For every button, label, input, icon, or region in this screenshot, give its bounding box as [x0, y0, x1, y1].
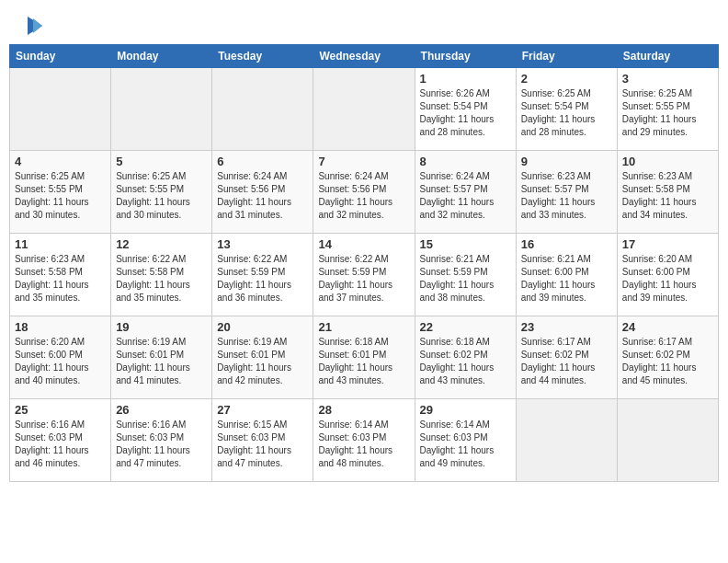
- sunrise-text: Sunrise: 6:25 AM: [116, 171, 186, 181]
- logo-icon: [9, 13, 42, 39]
- day-number: 1: [420, 72, 511, 86]
- daylight-text: Daylight: 11 hours and 35 minutes.: [15, 280, 89, 303]
- sunset-text: Sunset: 5:59 PM: [318, 267, 386, 277]
- day-header: Friday: [516, 45, 617, 68]
- calendar-cell: 15Sunrise: 6:21 AMSunset: 5:59 PMDayligh…: [415, 234, 516, 316]
- day-number: 10: [622, 155, 713, 168]
- day-number: 3: [622, 72, 713, 86]
- sunrise-text: Sunrise: 6:24 AM: [217, 171, 287, 181]
- calendar-cell: 17Sunrise: 6:20 AMSunset: 6:00 PMDayligh…: [617, 234, 718, 316]
- day-number: 17: [622, 237, 713, 251]
- daylight-text: Daylight: 11 hours and 29 minutes.: [622, 114, 697, 137]
- day-number: 7: [318, 155, 409, 168]
- day-number: 5: [116, 155, 207, 168]
- sunset-text: Sunset: 6:01 PM: [217, 350, 285, 360]
- calendar-cell: 9Sunrise: 6:23 AMSunset: 5:57 PMDaylight…: [516, 151, 617, 234]
- calendar-cell: 5Sunrise: 6:25 AMSunset: 5:55 PMDaylight…: [111, 151, 212, 234]
- sunset-text: Sunset: 6:00 PM: [15, 350, 83, 360]
- sunrise-text: Sunrise: 6:24 AM: [420, 171, 490, 181]
- sunrise-text: Sunrise: 6:20 AM: [622, 254, 692, 264]
- sunrise-text: Sunrise: 6:22 AM: [318, 254, 388, 264]
- sunrise-text: Sunrise: 6:22 AM: [116, 254, 186, 264]
- calendar-cell: 2Sunrise: 6:25 AMSunset: 5:54 PMDaylight…: [516, 68, 617, 151]
- calendar-header: SundayMondayTuesdayWednesdayThursdayFrid…: [10, 45, 719, 68]
- sunrise-text: Sunrise: 6:17 AM: [521, 337, 591, 347]
- sunset-text: Sunset: 5:56 PM: [217, 184, 285, 194]
- header: [9, 9, 719, 39]
- day-number: 18: [15, 320, 106, 334]
- day-header: Saturday: [617, 45, 718, 68]
- sunset-text: Sunset: 5:59 PM: [420, 267, 488, 277]
- calendar-cell: 16Sunrise: 6:21 AMSunset: 6:00 PMDayligh…: [516, 234, 617, 316]
- calendar-cell: 4Sunrise: 6:25 AMSunset: 5:55 PMDaylight…: [10, 151, 111, 234]
- daylight-text: Daylight: 11 hours and 39 minutes.: [521, 280, 596, 303]
- day-number: 27: [217, 403, 308, 417]
- sunset-text: Sunset: 6:00 PM: [622, 267, 690, 277]
- sunrise-text: Sunrise: 6:17 AM: [622, 337, 692, 347]
- sunrise-text: Sunrise: 6:24 AM: [318, 171, 388, 181]
- calendar-cell: 19Sunrise: 6:19 AMSunset: 6:01 PMDayligh…: [111, 316, 212, 399]
- day-number: 21: [318, 320, 409, 334]
- day-number: 15: [420, 237, 511, 251]
- calendar-cell: 26Sunrise: 6:16 AMSunset: 6:03 PMDayligh…: [111, 399, 212, 482]
- sunset-text: Sunset: 6:03 PM: [217, 432, 285, 442]
- sunset-text: Sunset: 6:00 PM: [521, 267, 589, 277]
- daylight-text: Daylight: 11 hours and 36 minutes.: [217, 280, 291, 303]
- sunrise-text: Sunrise: 6:21 AM: [420, 254, 490, 264]
- daylight-text: Daylight: 11 hours and 39 minutes.: [622, 280, 697, 303]
- sunrise-text: Sunrise: 6:23 AM: [521, 171, 591, 181]
- sunrise-text: Sunrise: 6:14 AM: [318, 419, 388, 430]
- sunset-text: Sunset: 6:03 PM: [318, 432, 386, 442]
- calendar-cell: [313, 68, 415, 151]
- day-header: Sunday: [10, 45, 111, 68]
- daylight-text: Daylight: 11 hours and 45 minutes.: [622, 362, 697, 385]
- daylight-text: Daylight: 11 hours and 31 minutes.: [217, 197, 291, 220]
- sunrise-text: Sunrise: 6:25 AM: [15, 171, 85, 181]
- sunset-text: Sunset: 5:59 PM: [217, 267, 285, 277]
- day-number: 29: [420, 403, 511, 417]
- sunrise-text: Sunrise: 6:19 AM: [217, 337, 287, 347]
- day-number: 20: [217, 320, 308, 334]
- sunset-text: Sunset: 6:03 PM: [420, 432, 488, 442]
- day-header: Monday: [111, 45, 212, 68]
- calendar-cell: 27Sunrise: 6:15 AMSunset: 6:03 PMDayligh…: [212, 399, 313, 482]
- daylight-text: Daylight: 11 hours and 30 minutes.: [15, 197, 89, 220]
- day-header: Wednesday: [313, 45, 415, 68]
- calendar-cell: 24Sunrise: 6:17 AMSunset: 6:02 PMDayligh…: [617, 316, 718, 399]
- calendar-cell: 12Sunrise: 6:22 AMSunset: 5:58 PMDayligh…: [111, 234, 212, 316]
- day-number: 25: [15, 403, 106, 417]
- day-number: 23: [521, 320, 612, 334]
- sunrise-text: Sunrise: 6:23 AM: [15, 254, 85, 264]
- sunrise-text: Sunrise: 6:18 AM: [318, 337, 388, 347]
- sunset-text: Sunset: 6:02 PM: [521, 350, 589, 360]
- sunset-text: Sunset: 5:55 PM: [116, 184, 184, 194]
- sunrise-text: Sunrise: 6:15 AM: [217, 419, 287, 430]
- sunrise-text: Sunrise: 6:23 AM: [622, 171, 692, 181]
- sunset-text: Sunset: 6:03 PM: [116, 432, 184, 442]
- daylight-text: Daylight: 11 hours and 32 minutes.: [420, 197, 495, 220]
- calendar-cell: 8Sunrise: 6:24 AMSunset: 5:57 PMDaylight…: [415, 151, 516, 234]
- sunrise-text: Sunrise: 6:25 AM: [521, 88, 591, 98]
- sunset-text: Sunset: 5:55 PM: [622, 101, 690, 111]
- day-number: 12: [116, 237, 207, 251]
- day-number: 19: [116, 320, 207, 334]
- daylight-text: Daylight: 11 hours and 40 minutes.: [15, 362, 89, 385]
- sunset-text: Sunset: 5:54 PM: [521, 101, 589, 111]
- calendar-cell: 21Sunrise: 6:18 AMSunset: 6:01 PMDayligh…: [313, 316, 415, 399]
- calendar-cell: 6Sunrise: 6:24 AMSunset: 5:56 PMDaylight…: [212, 151, 313, 234]
- sunrise-text: Sunrise: 6:21 AM: [521, 254, 591, 264]
- calendar-cell: [10, 68, 111, 151]
- daylight-text: Daylight: 11 hours and 37 minutes.: [318, 280, 392, 303]
- sunrise-text: Sunrise: 6:16 AM: [116, 419, 186, 430]
- sunset-text: Sunset: 5:58 PM: [116, 267, 184, 277]
- calendar-cell: [617, 399, 718, 482]
- calendar-cell: 22Sunrise: 6:18 AMSunset: 6:02 PMDayligh…: [415, 316, 516, 399]
- calendar-cell: 3Sunrise: 6:25 AMSunset: 5:55 PMDaylight…: [617, 68, 718, 151]
- daylight-text: Daylight: 11 hours and 44 minutes.: [521, 362, 596, 385]
- day-number: 2: [521, 72, 612, 86]
- calendar-cell: 7Sunrise: 6:24 AMSunset: 5:56 PMDaylight…: [313, 151, 415, 234]
- sunset-text: Sunset: 5:57 PM: [521, 184, 589, 194]
- day-number: 24: [622, 320, 713, 334]
- logo: [9, 13, 44, 39]
- calendar-cell: 13Sunrise: 6:22 AMSunset: 5:59 PMDayligh…: [212, 234, 313, 316]
